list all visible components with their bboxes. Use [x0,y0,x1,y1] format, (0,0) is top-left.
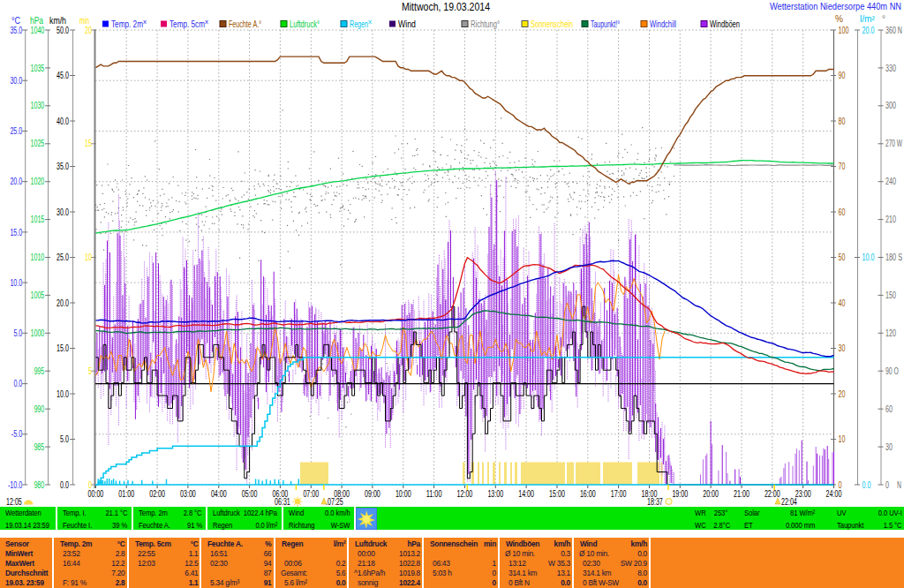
svg-text:30.0: 30.0 [10,76,22,86]
svg-text:10.0: 10.0 [863,253,875,262]
svg-text:16:00: 16:00 [580,489,596,499]
svg-text:04:00: 04:00 [211,489,227,499]
svg-text:12:05: 12:05 [6,497,22,507]
svg-text:18:37: 18:37 [647,497,663,507]
svg-text:19:00: 19:00 [672,489,688,499]
svg-text:25.0: 25.0 [56,253,69,262]
svg-text:1035: 1035 [31,64,45,73]
svg-text:22:04: 22:04 [781,497,797,507]
svg-text:.07:25: .07:25 [326,497,343,507]
svg-text:09:00: 09:00 [365,489,380,499]
svg-text:50: 50 [839,253,846,262]
svg-text:995: 995 [34,366,44,376]
svg-text:min: min [79,16,89,26]
svg-text:Windböen: Windböen [710,19,740,29]
svg-text:35.0: 35.0 [56,162,69,171]
svg-text:5.0: 5.0 [60,434,69,444]
svg-text:70: 70 [839,162,846,171]
svg-text:13:00: 13:00 [487,489,503,499]
svg-text:05:00: 05:00 [242,489,258,499]
svg-text:80: 80 [839,117,846,126]
svg-text:240: 240 [885,177,896,186]
svg-text:01:00: 01:00 [118,489,134,499]
svg-text:%: % [835,14,843,24]
svg-text:1030: 1030 [31,101,45,110]
svg-text:15:00: 15:00 [549,489,565,499]
svg-text:x: x [205,18,208,26]
svg-text:985: 985 [34,442,44,452]
svg-text:km/h: km/h [49,16,66,26]
svg-text:50.0: 50.0 [56,26,69,35]
svg-text:06:31: 06:31 [275,497,290,507]
svg-text:40.0: 40.0 [56,117,69,126]
svg-text:Feuchte A.°: Feuchte A.° [229,19,261,29]
svg-text:°C: °C [11,16,20,26]
svg-text:10: 10 [85,253,92,262]
svg-text:1000: 1000 [31,328,45,338]
svg-text:Regen: Regen [350,19,368,29]
svg-text:180 S: 180 S [885,253,902,262]
svg-text:1010: 1010 [31,253,45,262]
svg-text:15.0: 15.0 [10,228,22,237]
svg-text:1020: 1020 [31,177,45,186]
svg-text:Temp. 5cm: Temp. 5cm [170,19,205,29]
svg-text:11:00: 11:00 [426,489,442,499]
svg-text:330: 330 [885,64,896,73]
svg-text:Luftdruck°: Luftdruck° [290,19,320,29]
svg-text:60: 60 [885,404,893,414]
svg-text:35.0: 35.0 [10,26,22,35]
svg-text:30: 30 [839,343,846,353]
svg-text:1025: 1025 [31,139,45,148]
svg-text:30: 30 [885,442,893,452]
svg-text:0.0: 0.0 [13,379,22,388]
svg-text:24:00: 24:00 [826,489,842,499]
svg-text:10:00: 10:00 [396,489,411,499]
svg-text:5.0: 5.0 [13,328,22,338]
svg-text:20.0: 20.0 [863,26,875,35]
svg-text:20.0: 20.0 [56,298,69,308]
svg-text:0: 0 [885,480,889,490]
svg-text:30.0: 30.0 [56,207,69,217]
svg-text:0: 0 [839,480,842,490]
svg-text:120: 120 [885,328,896,338]
svg-text:15.0: 15.0 [56,343,69,353]
svg-text:270 W: 270 W [885,139,902,148]
svg-text:00:00: 00:00 [88,489,104,499]
svg-text:03:00: 03:00 [180,489,196,499]
svg-text:150: 150 [885,290,896,300]
svg-text:N: N [897,480,901,490]
svg-text:x: x [368,18,372,26]
svg-text:22:00: 22:00 [765,489,780,499]
svg-text:x: x [143,18,147,26]
svg-text:hPa: hPa [30,16,43,26]
svg-text:40: 40 [839,298,846,308]
svg-text:60: 60 [839,207,846,217]
svg-text:°: ° [882,14,885,24]
svg-text:Mittwoch, 19.03.2014: Mittwoch, 19.03.2014 [402,1,490,13]
svg-text:21:00: 21:00 [734,489,750,499]
svg-text:980: 980 [34,480,44,490]
svg-text:Temp. 2m: Temp. 2m [111,19,143,29]
svg-text:-10.0: -10.0 [8,480,23,490]
svg-text:Windchill: Windchill [650,19,676,29]
svg-text:07:00: 07:00 [303,489,319,499]
svg-text:02:00: 02:00 [149,489,165,499]
svg-text:1015: 1015 [31,215,45,224]
svg-text:25.0: 25.0 [10,126,22,136]
svg-text:0.0: 0.0 [863,480,871,490]
svg-text:20:00: 20:00 [703,489,719,499]
svg-text:1005: 1005 [31,290,45,300]
svg-text:10.0: 10.0 [56,389,69,399]
svg-text:90: 90 [839,71,846,80]
svg-text:15: 15 [85,139,92,148]
svg-text:10.0: 10.0 [10,278,22,288]
svg-text:20: 20 [85,26,92,35]
svg-text:90 O: 90 O [885,366,899,376]
svg-text:20: 20 [839,389,846,399]
svg-text:0.0: 0.0 [60,480,69,490]
svg-text:14:00: 14:00 [518,489,534,499]
svg-text:10: 10 [839,434,846,444]
svg-text:5: 5 [88,366,92,376]
svg-text:360 N: 360 N [885,26,902,35]
svg-text:-5.0: -5.0 [11,429,23,439]
